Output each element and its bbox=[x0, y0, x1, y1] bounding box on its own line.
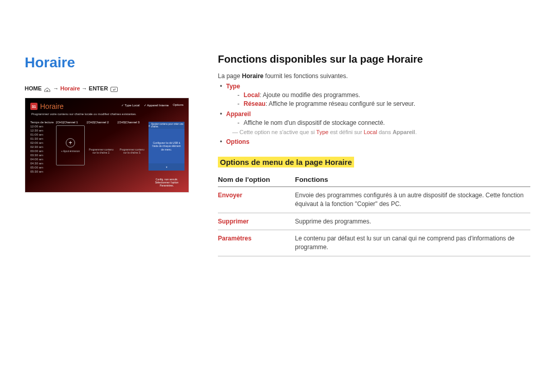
sub-reseau: Réseau: Affiche le programme réseau conf… bbox=[237, 100, 530, 107]
bullet-options: Options bbox=[218, 138, 530, 145]
section-heading: Fonctions disponibles sur la page Horair… bbox=[218, 53, 530, 65]
thumb-popup-caption: Config. non annulé. Sélectionnez l'optio… bbox=[150, 178, 183, 187]
thumb-channel-2: [CH2]Channel 2 Programmez contenu sur la… bbox=[87, 121, 116, 188]
sub-appareil: Affiche le nom d'un dispositif de stocka… bbox=[237, 119, 530, 126]
thumb-subtitle: Programmez votre contenu sur chaîne loca… bbox=[31, 113, 137, 116]
subsection-heading: Options de menu de la page Horaire bbox=[218, 157, 354, 167]
enter-icon bbox=[110, 87, 117, 91]
thumb-channel-3: [CH3]Channel 3 Programmez contenu sur la… bbox=[118, 121, 146, 188]
screenshot-thumbnail: 31 Horaire ✓ Type Local ✓ Appareil Inter… bbox=[25, 98, 189, 193]
table-row: Paramètres Le contenu par défaut est lu … bbox=[218, 230, 530, 256]
breadcrumb-enter: ENTER bbox=[89, 85, 108, 91]
bullet-appareil: Appareil Affiche le nom d'un dispositif … bbox=[218, 110, 530, 135]
th-func: Fonctions bbox=[295, 173, 530, 187]
note-line: Cette option ne s'active que si Type est… bbox=[226, 129, 530, 135]
svg-rect-0 bbox=[111, 87, 118, 91]
options-table: Nom de l'option Fonctions Envoyer Envoie… bbox=[218, 173, 530, 256]
th-name: Nom de l'option bbox=[218, 173, 295, 187]
home-icon bbox=[44, 87, 50, 91]
intro-text: La page Horaire fournit les fonctions su… bbox=[218, 72, 530, 80]
chevron-down-icon: ▾ bbox=[149, 163, 184, 171]
breadcrumb-arrow: → bbox=[82, 85, 89, 91]
thumb-time-column: Temps de lecture 12:00 am 12:30 am 01:00… bbox=[30, 121, 54, 188]
thumb-popup: ▴ Ajoutez contenu pour créer une chaîne.… bbox=[149, 122, 184, 171]
breadcrumb-arrow: → bbox=[53, 85, 60, 91]
page-title: Horaire bbox=[25, 54, 199, 71]
sub-local: Local: Ajoute ou modifie des programmes. bbox=[237, 91, 530, 99]
breadcrumb-home: HOME bbox=[25, 85, 42, 91]
thumb-channel-1: [CH1]Channel 1 + + Ajout émission bbox=[56, 121, 85, 188]
thumb-title: Horaire bbox=[40, 102, 64, 110]
table-row: Supprimer Supprime des programmes. bbox=[218, 213, 530, 230]
calendar-icon: 31 bbox=[30, 103, 38, 110]
thumb-top-menu: ✓ Type Local ✓ Appareil Interne Options bbox=[121, 103, 183, 107]
bullet-type: Type Local: Ajoute ou modifie des progra… bbox=[218, 83, 530, 107]
breadcrumb: HOME → Horaire → ENTER bbox=[25, 85, 199, 91]
breadcrumb-current: Horaire bbox=[60, 85, 80, 91]
table-row: Envoyer Envoie des programmes configurés… bbox=[218, 187, 530, 213]
plus-icon: + bbox=[66, 138, 75, 147]
chevron-up-icon: ▴ Ajoutez contenu pour créer une chaîne. bbox=[149, 122, 184, 129]
